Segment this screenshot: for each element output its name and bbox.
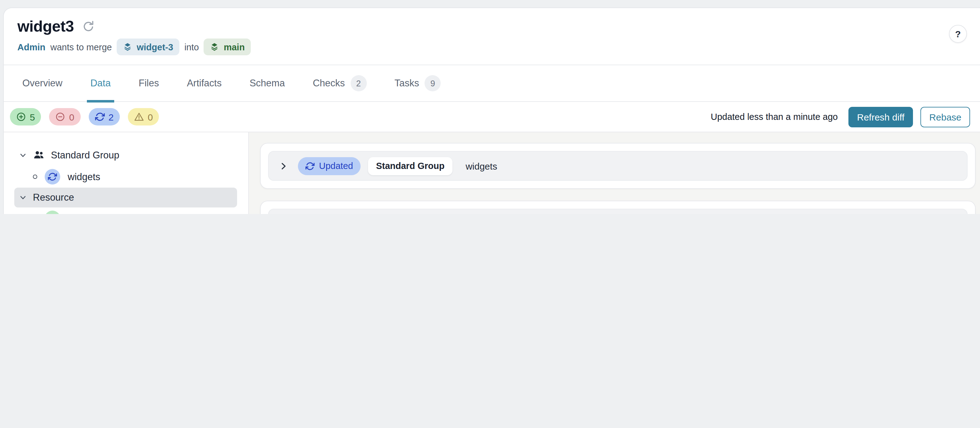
tree-section-label: Resource <box>33 192 74 203</box>
source-branch-name: widget-3 <box>137 42 173 52</box>
status-badge: Updated <box>298 157 361 175</box>
tab-count-badge: 9 <box>425 75 441 91</box>
stat-count: 0 <box>69 112 75 122</box>
diff-list: Updated Standard Group widgets Added Res… <box>249 132 980 214</box>
page-title: widget3 <box>18 18 74 35</box>
tree-child-label: widgets <box>68 171 100 182</box>
tab-label: Schema <box>250 78 285 89</box>
diff-tree-sidebar: Standard Group widgets Resource widget3-… <box>4 132 249 214</box>
chevron-down-icon <box>19 151 27 159</box>
status-label: Updated <box>319 161 353 171</box>
preposition-text: into <box>185 42 199 52</box>
refresh-diff-button[interactable]: Refresh diff <box>848 107 913 127</box>
updated-timestamp: Updated less than a minute ago <box>711 112 838 122</box>
tab-label: Artifacts <box>187 78 221 89</box>
group-icon <box>33 149 45 161</box>
plus-circle-icon <box>48 214 57 214</box>
chevron-right-icon[interactable] <box>279 161 288 171</box>
diff-stats: 5 0 2 0 <box>10 108 159 126</box>
sync-icon <box>95 112 105 122</box>
minus-circle-icon <box>56 112 65 122</box>
app-root: widget3 Admin wants to merge widget-3 in… <box>0 0 980 214</box>
tab-label: Tasks <box>395 78 419 89</box>
diff-card-widget3-2: Added Resource widget3-2 <box>260 201 976 214</box>
sync-icon <box>305 161 315 171</box>
merge-request-panel: widget3 Admin wants to merge widget-3 in… <box>3 8 980 214</box>
chevron-down-icon <box>19 194 27 201</box>
stat-count: 0 <box>148 112 153 122</box>
help-button[interactable]: ? <box>949 25 967 43</box>
tab-bar: Overview Data Files Artifacts Schema Che… <box>4 65 980 102</box>
branch-icon <box>210 42 220 51</box>
diff-summary-bar: 5 0 2 0 Updated less than a minute ago R… <box>4 102 980 132</box>
action-text: wants to merge <box>50 42 112 52</box>
content-area: Standard Group widgets Resource widget3-… <box>4 132 980 214</box>
tab-tasks[interactable]: Tasks 9 <box>391 65 444 101</box>
stat-warning: 0 <box>128 108 159 126</box>
bullet-ring-icon <box>33 174 37 179</box>
tab-artifacts[interactable]: Artifacts <box>183 65 225 101</box>
tab-checks[interactable]: Checks 2 <box>309 65 370 101</box>
tab-files[interactable]: Files <box>135 65 162 101</box>
updated-circle-icon <box>45 169 60 185</box>
diff-row-name: widgets <box>466 161 497 171</box>
tree-item-widget3-2[interactable]: widget3-2 <box>4 208 248 214</box>
merge-request-header: widget3 Admin wants to merge widget-3 in… <box>4 8 980 65</box>
added-circle-icon <box>45 211 60 214</box>
tree-item-widgets[interactable]: widgets <box>4 166 248 188</box>
tree-section-label: Standard Group <box>51 149 119 161</box>
tree-child-label: widget3-2 <box>68 213 109 214</box>
sync-icon <box>48 172 57 181</box>
diff-card-widgets: Updated Standard Group widgets <box>260 143 976 189</box>
target-branch-name: main <box>224 42 245 52</box>
tab-label: Overview <box>22 78 62 89</box>
tree-section-standard-group[interactable]: Standard Group <box>4 144 248 166</box>
stat-removed: 0 <box>49 108 81 126</box>
tab-count-badge: 2 <box>350 75 366 91</box>
merge-subtitle: Admin wants to merge widget-3 into main <box>18 38 966 55</box>
target-branch-badge[interactable]: main <box>204 38 251 55</box>
stat-updated: 2 <box>88 108 120 126</box>
tab-overview[interactable]: Overview <box>19 65 66 101</box>
rebase-button[interactable]: Rebase <box>921 107 970 127</box>
tab-schema[interactable]: Schema <box>246 65 289 101</box>
title-row: widget3 <box>18 18 966 35</box>
tree-section-resource[interactable]: Resource <box>14 188 237 208</box>
diff-row-header[interactable]: Updated Standard Group widgets <box>268 151 967 181</box>
tab-label: Data <box>90 78 111 89</box>
stat-count: 2 <box>108 112 114 122</box>
stat-count: 5 <box>30 112 35 122</box>
source-branch-badge[interactable]: widget-3 <box>117 38 180 55</box>
refresh-icon[interactable] <box>82 20 95 33</box>
diff-row-header[interactable]: Added Resource widget3-2 <box>268 209 967 214</box>
type-chip: Standard Group <box>368 157 453 175</box>
branch-icon <box>123 42 132 51</box>
tab-label: Files <box>139 78 159 89</box>
tab-data[interactable]: Data <box>87 65 115 101</box>
diff-actions: Updated less than a minute ago Refresh d… <box>711 107 970 127</box>
warning-icon <box>134 112 144 122</box>
plus-circle-icon <box>16 112 26 122</box>
stat-added: 5 <box>10 108 41 126</box>
tab-label: Checks <box>313 78 345 89</box>
author-link[interactable]: Admin <box>18 42 45 52</box>
